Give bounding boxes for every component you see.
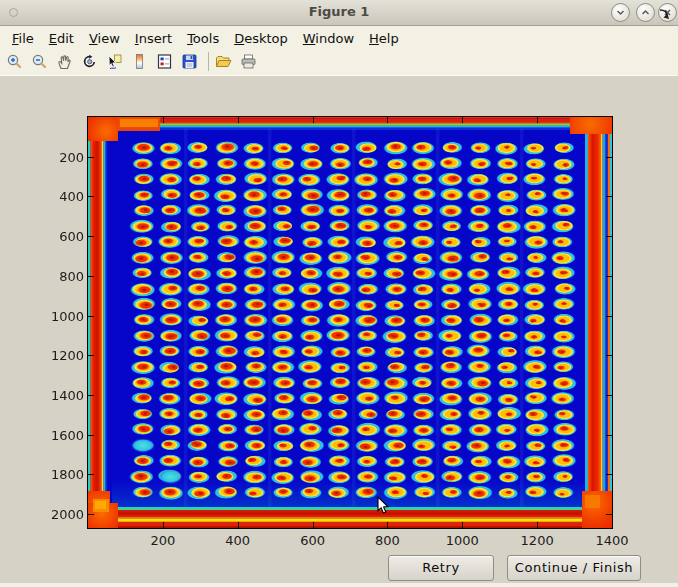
legend-icon[interactable] <box>156 53 173 70</box>
save-icon[interactable] <box>181 53 198 70</box>
y-tick-mark <box>88 316 94 317</box>
x-tick-label: 800 <box>375 533 400 548</box>
y-tick-mark <box>606 196 612 197</box>
y-tick-label: 200 <box>44 149 84 164</box>
x-tick-mark <box>238 522 239 528</box>
x-tick-mark <box>313 522 314 528</box>
y-tick-mark <box>606 157 612 158</box>
x-tick-label: 200 <box>150 533 175 548</box>
menubar: FileEditViewInsertToolsDesktopWindowHelp <box>0 26 678 49</box>
y-tick-label: 1800 <box>44 467 84 482</box>
y-tick-label: 1000 <box>44 308 84 323</box>
y-tick-mark <box>88 196 94 197</box>
window-bottom-edge <box>0 583 678 587</box>
y-tick-label: 1600 <box>44 427 84 442</box>
menu-edit[interactable]: Edit <box>49 26 74 46</box>
dock-figure-icon[interactable] <box>658 8 670 20</box>
x-tick-label: 1200 <box>521 533 554 548</box>
x-tick-mark <box>537 117 538 123</box>
x-tick-mark <box>462 522 463 528</box>
y-tick-label: 800 <box>44 268 84 283</box>
retry-button[interactable]: Retry <box>388 555 494 581</box>
x-tick-label: 1000 <box>446 533 479 548</box>
y-tick-label: 1200 <box>44 348 84 363</box>
print-icon[interactable] <box>240 53 257 70</box>
y-tick-mark <box>88 157 94 158</box>
shade-button[interactable] <box>611 3 630 22</box>
toolbar <box>0 49 678 76</box>
menu-view[interactable]: View <box>89 26 120 46</box>
y-tick-mark <box>606 435 612 436</box>
x-tick-label: 400 <box>225 533 250 548</box>
menu-desktop[interactable]: Desktop <box>234 26 288 46</box>
y-tick-mark <box>606 395 612 396</box>
continue-finish-button[interactable]: Continue / Finish <box>507 555 641 581</box>
zoom-out-icon[interactable] <box>31 53 48 70</box>
y-tick-mark <box>88 276 94 277</box>
menu-help[interactable]: Help <box>369 26 399 46</box>
titlebar[interactable]: Figure 1 <box>0 0 678 26</box>
y-tick-mark <box>606 355 612 356</box>
colorbar-icon[interactable] <box>131 53 148 70</box>
x-tick-mark <box>537 522 538 528</box>
toolbar-separator <box>208 52 209 71</box>
menu-insert[interactable]: Insert <box>135 26 172 46</box>
data-cursor-icon[interactable] <box>106 53 123 70</box>
x-tick-mark <box>462 117 463 123</box>
y-tick-mark <box>606 514 612 515</box>
menu-file[interactable]: File <box>12 26 34 46</box>
window-title: Figure 1 <box>0 4 678 19</box>
y-tick-mark <box>88 435 94 436</box>
pan-icon[interactable] <box>56 53 73 70</box>
open-icon[interactable] <box>215 53 232 70</box>
y-tick-mark <box>606 276 612 277</box>
y-tick-mark <box>88 395 94 396</box>
y-tick-mark <box>88 236 94 237</box>
y-tick-mark <box>606 474 612 475</box>
menu-tools[interactable]: Tools <box>187 26 219 46</box>
x-tick-mark <box>163 522 164 528</box>
y-tick-label: 600 <box>44 229 84 244</box>
x-tick-label: 1400 <box>595 533 628 548</box>
x-tick-mark <box>387 522 388 528</box>
x-tick-mark <box>387 117 388 123</box>
maximize-button[interactable] <box>636 3 655 22</box>
rotate-3d-icon[interactable] <box>81 53 98 70</box>
y-tick-mark <box>88 355 94 356</box>
mouse-cursor <box>377 496 390 515</box>
y-tick-label: 2000 <box>44 507 84 522</box>
y-tick-mark <box>606 316 612 317</box>
y-tick-mark <box>88 474 94 475</box>
y-tick-mark <box>606 236 612 237</box>
x-tick-mark <box>238 117 239 123</box>
figure-window: Figure 1 FileEditViewInsertToolsDesktopW… <box>0 0 678 587</box>
figure-axes[interactable] <box>87 116 613 529</box>
x-tick-label: 600 <box>300 533 325 548</box>
x-tick-mark <box>163 117 164 123</box>
zoom-in-icon[interactable] <box>6 53 23 70</box>
figure-image[interactable] <box>88 117 612 528</box>
y-tick-label: 400 <box>44 189 84 204</box>
x-tick-mark <box>313 117 314 123</box>
y-tick-mark <box>88 514 94 515</box>
y-tick-label: 1400 <box>44 387 84 402</box>
menu-window[interactable]: Window <box>303 26 354 46</box>
